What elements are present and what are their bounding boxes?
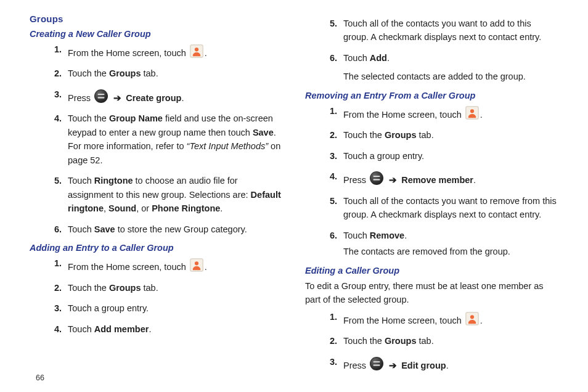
text: .	[480, 110, 483, 120]
text: Touch the	[68, 283, 109, 293]
text: .	[149, 324, 151, 334]
text: Touch the	[343, 130, 385, 140]
text: .	[205, 48, 207, 58]
text: .	[404, 231, 407, 240]
text: Touch	[68, 176, 94, 186]
steps-editing: 1. From the Home screen, touch . 2. Touc…	[320, 310, 558, 372]
text: .	[446, 361, 449, 370]
step-number: 1.	[320, 104, 343, 118]
step-number: 2.	[320, 128, 343, 142]
step: 3. Touch a group entry.	[320, 149, 558, 163]
bold: Sound	[108, 203, 136, 213]
text: .	[387, 53, 390, 63]
step-body: Touch the Group Name field and use the o…	[68, 112, 283, 167]
bold: Add	[370, 53, 387, 63]
step-number: 1.	[320, 310, 343, 324]
step: 1. From the Home screen, touch .	[44, 256, 283, 274]
step-body: Touch a group entry.	[343, 149, 558, 163]
menu-icon	[370, 362, 383, 372]
step-body: Touch all of the contacts you want to ad…	[343, 17, 558, 44]
text: Touch	[68, 324, 94, 334]
text: Touch all of the contacts you want to re…	[343, 196, 557, 219]
step-number: 3.	[320, 149, 343, 163]
text: , or	[136, 203, 152, 213]
step-body: Touch all of the contacts you want to re…	[343, 194, 558, 222]
step-number: 1.	[44, 43, 68, 56]
step-body: Touch the Groups tab.	[68, 281, 283, 295]
step-number: 2.	[44, 281, 68, 295]
step-number: 6.	[44, 223, 68, 236]
step-number: 5.	[320, 17, 343, 30]
steps-removing: 1. From the Home screen, touch . 2. Touc…	[320, 104, 558, 259]
text: tab.	[141, 68, 158, 78]
step-body: Touch Ringtone to choose an audio file f…	[68, 174, 283, 215]
step-body: Press ➔ Edit group.	[343, 355, 558, 372]
text: The contacts are removed from the group.	[343, 247, 510, 256]
step: 2. Touch the Groups tab.	[320, 334, 558, 348]
step-number: 3.	[44, 301, 68, 315]
step-number: 4.	[44, 322, 68, 336]
arrow-icon: ➔	[387, 175, 399, 185]
subheading-adding: Adding an Entry to a Caller Group	[30, 243, 283, 253]
text: Press	[343, 175, 369, 185]
contacts-icon	[190, 264, 203, 274]
text: From the Home screen, touch	[68, 48, 189, 58]
text: Press	[343, 361, 369, 370]
step: 6. Touch Save to store the new Group cat…	[44, 223, 283, 236]
section-heading: Groups	[30, 14, 283, 24]
text: Touch the	[68, 113, 109, 123]
text: to store the new Group category.	[115, 224, 247, 234]
step-number: 6.	[320, 51, 343, 65]
text: Touch	[343, 231, 370, 240]
text: .	[473, 175, 476, 185]
text: .	[480, 316, 483, 325]
bold: Remove	[370, 231, 404, 240]
step: 4. Press ➔ Remove member.	[320, 169, 558, 187]
text: Touch the	[343, 336, 385, 346]
step-number: 1.	[44, 256, 68, 270]
step-number: 5.	[320, 194, 343, 208]
step-body: Touch the Groups tab.	[68, 67, 283, 80]
text: Touch a group entry.	[68, 303, 149, 313]
editing-intro: To edit a Group entry, there must be at …	[305, 279, 558, 307]
text: Touch the	[68, 68, 109, 78]
arrow-icon: ➔	[387, 361, 399, 370]
step-number: 2.	[320, 334, 343, 348]
bold: Create group	[126, 93, 181, 103]
text: From the Home screen, touch	[68, 262, 189, 272]
text: tab.	[141, 283, 158, 293]
text: Touch	[68, 224, 94, 234]
bold: Save	[253, 128, 274, 137]
step-body: Press ➔ Remove member.	[343, 169, 558, 187]
contacts-icon	[465, 112, 479, 121]
step: 1. From the Home screen, touch .	[320, 104, 558, 121]
text: Touch a group entry.	[343, 151, 424, 161]
bold: Ringtone	[94, 176, 133, 186]
step: 6. Touch Add. The selected contacts are …	[320, 51, 558, 84]
step-body: Touch the Groups tab.	[343, 128, 558, 142]
step: 4. Touch the Group Name field and use th…	[44, 112, 283, 167]
bold: Save	[94, 224, 115, 234]
text: .	[205, 262, 207, 272]
step-number: 5.	[44, 174, 68, 187]
text: .	[220, 203, 223, 213]
text: Touch	[343, 53, 370, 63]
step-number: 3.	[320, 355, 343, 369]
bold: Group Name	[109, 113, 163, 123]
step: 1. From the Home screen, touch .	[320, 310, 558, 327]
step: 6. Touch Remove. The contacts are remove…	[320, 229, 558, 259]
step: 4. Touch Add member.	[44, 322, 283, 336]
two-column-layout: Groups Creating a New Caller Group 1. Fr…	[30, 14, 558, 379]
bold: Groups	[109, 68, 141, 78]
step-body: Touch Add member.	[68, 322, 283, 336]
step-number: 4.	[320, 169, 343, 183]
step-body: From the Home screen, touch .	[68, 256, 283, 274]
step-body: Touch a group entry.	[68, 301, 283, 315]
bold: Add member	[94, 324, 149, 334]
menu-icon	[370, 177, 383, 187]
step-body: From the Home screen, touch .	[343, 310, 558, 327]
step: 5. Touch Ringtone to choose an audio fil…	[44, 174, 283, 215]
text: The selected contacts are added to the g…	[343, 71, 526, 81]
steps-adding: 1. From the Home screen, touch . 2. Touc…	[44, 256, 283, 336]
step: 1. From the Home screen, touch .	[44, 43, 283, 60]
